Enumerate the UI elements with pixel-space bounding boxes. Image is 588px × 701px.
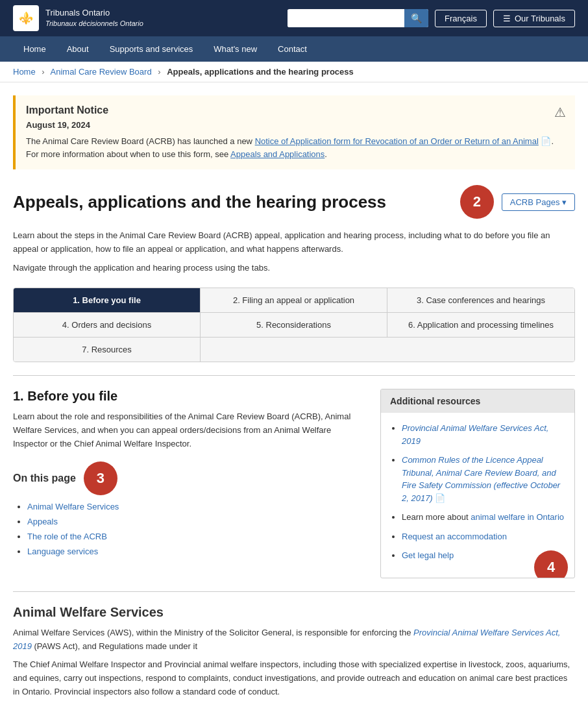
aws-section: Animal Welfare Services Animal Welfare S… xyxy=(13,591,575,699)
before-you-file-heading: 1. Before you file xyxy=(13,389,367,404)
breadcrumb: Home › Animal Care Review Board › Appeal… xyxy=(0,62,588,82)
breadcrumb-sep2: › xyxy=(158,67,160,77)
important-notice: Important Notice August 19, 2024 The Ani… xyxy=(13,95,575,169)
link-language[interactable]: Language services xyxy=(27,547,98,556)
resource-link-1[interactable]: Provincial Animal Welfare Services Act, … xyxy=(402,423,548,446)
resource-link-animal-welfare[interactable]: animal welfare in Ontario xyxy=(471,512,564,522)
nav-supports[interactable]: Supports and services xyxy=(99,36,204,62)
aws-heading: Animal Welfare Services xyxy=(13,605,575,620)
page-description-2: Navigate through the application and hea… xyxy=(13,262,575,275)
additional-resources-box: Additional resources Provincial Animal W… xyxy=(380,389,575,578)
search-box: 🔍 xyxy=(288,9,428,27)
resource-item-2: Common Rules of the Licence Appeal Tribu… xyxy=(402,454,565,504)
breadcrumb-home[interactable]: Home xyxy=(13,67,36,77)
nav-whats-new[interactable]: What's new xyxy=(203,36,267,62)
aws-para-2: The Chief Animal Welfare Inspector and P… xyxy=(13,658,575,698)
nav-about[interactable]: About xyxy=(56,36,99,62)
notice-link1[interactable]: Notice of Application form for Revocatio… xyxy=(255,136,539,146)
notice-text: The Animal Care Review Board (ACRB) has … xyxy=(26,135,565,160)
two-col-layout: 1. Before you file Learn about the role … xyxy=(13,389,575,578)
before-you-file-intro: Learn about the role and responsibilitie… xyxy=(13,410,367,450)
search-button[interactable]: 🔍 xyxy=(404,9,428,27)
list-item-role-acrb: The role of the ACRB xyxy=(27,532,367,541)
tabs-container: 1. Before you file 2. Filing an appeal o… xyxy=(13,288,575,362)
logo-text: Tribunals Ontario Tribunaux décisionnels… xyxy=(45,8,143,28)
warning-icon: ⚠ xyxy=(554,105,566,120)
menu-icon: ☰ xyxy=(503,14,511,23)
search-input[interactable] xyxy=(288,10,404,27)
nav-home[interactable]: Home xyxy=(13,36,56,62)
on-this-page-heading: On this page 3 xyxy=(13,461,367,495)
additional-resources-header: Additional resources xyxy=(381,389,574,413)
notice-date: August 19, 2024 xyxy=(26,120,565,130)
link-aws[interactable]: Animal Welfare Services xyxy=(27,502,119,511)
list-item-language: Language services xyxy=(27,547,367,556)
paws-act-link[interactable]: Provincial Animal Welfare Services Act, … xyxy=(13,628,560,651)
site-header: ⚜️ Tribunals Ontario Tribunaux décisionn… xyxy=(0,0,588,36)
page-heading-row: Appeals, applications and the hearing pr… xyxy=(13,185,575,219)
logo-area: ⚜️ Tribunals Ontario Tribunaux décisionn… xyxy=(13,5,143,31)
left-column: 1. Before you file Learn about the role … xyxy=(13,389,367,578)
francais-button[interactable]: Français xyxy=(435,10,487,27)
link-appeals[interactable]: Appeals xyxy=(27,517,58,526)
list-item-aws: Animal Welfare Services xyxy=(27,502,367,511)
resource-link-legal[interactable]: Get legal help xyxy=(402,550,454,560)
additional-resources-body: Provincial Animal Welfare Services Act, … xyxy=(381,413,574,578)
additional-resources-list: Provincial Animal Welfare Services Act, … xyxy=(390,422,565,562)
page-description-1: Learn about the steps in the Animal Care… xyxy=(13,229,575,256)
link-role-acrb[interactable]: The role of the ACRB xyxy=(27,532,107,541)
resource-item-4: Request an accommodation xyxy=(402,530,565,543)
tab-orders-decisions[interactable]: 4. Orders and decisions xyxy=(14,313,201,337)
tab-reconsiderations[interactable]: 5. Reconsiderations xyxy=(201,313,387,337)
list-item-appeals: Appeals xyxy=(27,517,367,526)
badge-2: 2 xyxy=(460,185,494,219)
tab-empty-1 xyxy=(201,338,387,362)
notice-title: Important Notice xyxy=(26,105,565,116)
resource-item-1: Provincial Animal Welfare Services Act, … xyxy=(402,422,565,447)
main-content: Important Notice August 19, 2024 The Ani… xyxy=(0,82,588,701)
tab-processing-timelines[interactable]: 6. Application and processing timelines xyxy=(387,313,574,337)
badge-3: 3 xyxy=(84,461,117,495)
tab-case-conferences[interactable]: 3. Case conferences and hearings xyxy=(387,288,574,312)
aws-para-1: Animal Welfare Services (AWS), within th… xyxy=(13,626,575,654)
notice-link2[interactable]: Appeals and Applications xyxy=(230,149,325,159)
breadcrumb-sep1: › xyxy=(42,67,44,77)
resource-link-accommodation[interactable]: Request an accommodation xyxy=(402,532,507,541)
acrb-badge-area: 2 ACRB Pages ▾ xyxy=(460,185,575,219)
breadcrumb-current: Appeals, applications and the hearing pr… xyxy=(167,67,354,77)
acrb-pages-button[interactable]: ACRB Pages ▾ xyxy=(502,193,575,211)
ontario-logo-icon: ⚜️ xyxy=(13,5,39,31)
tab-empty-2 xyxy=(387,338,574,362)
resource-item-3: Learn more about animal welfare in Ontar… xyxy=(402,511,565,524)
page-title: Appeals, applications and the hearing pr… xyxy=(13,192,386,212)
our-tribunals-button[interactable]: ☰ Our Tribunals xyxy=(493,10,575,27)
resource-link-2[interactable]: Common Rules of the Licence Appeal Tribu… xyxy=(402,455,560,503)
breadcrumb-acrb[interactable]: Animal Care Review Board xyxy=(51,67,152,77)
tab-before-you-file[interactable]: 1. Before you file xyxy=(14,288,201,312)
header-actions: 🔍 Français ☰ Our Tribunals xyxy=(288,9,575,27)
tabs-row-2: 4. Orders and decisions 5. Reconsiderati… xyxy=(14,313,574,338)
nav-bar: Home About Supports and services What's … xyxy=(0,36,588,62)
tabs-row-1: 1. Before you file 2. Filing an appeal o… xyxy=(14,288,574,313)
on-this-page-list: Animal Welfare Services Appeals The role… xyxy=(13,502,367,556)
section-divider xyxy=(13,375,575,376)
nav-contact[interactable]: Contact xyxy=(267,36,317,62)
tabs-row-3: 7. Resources xyxy=(14,338,574,362)
tab-filing-appeal[interactable]: 2. Filing an appeal or application xyxy=(201,288,387,312)
tab-resources[interactable]: 7. Resources xyxy=(14,338,201,362)
